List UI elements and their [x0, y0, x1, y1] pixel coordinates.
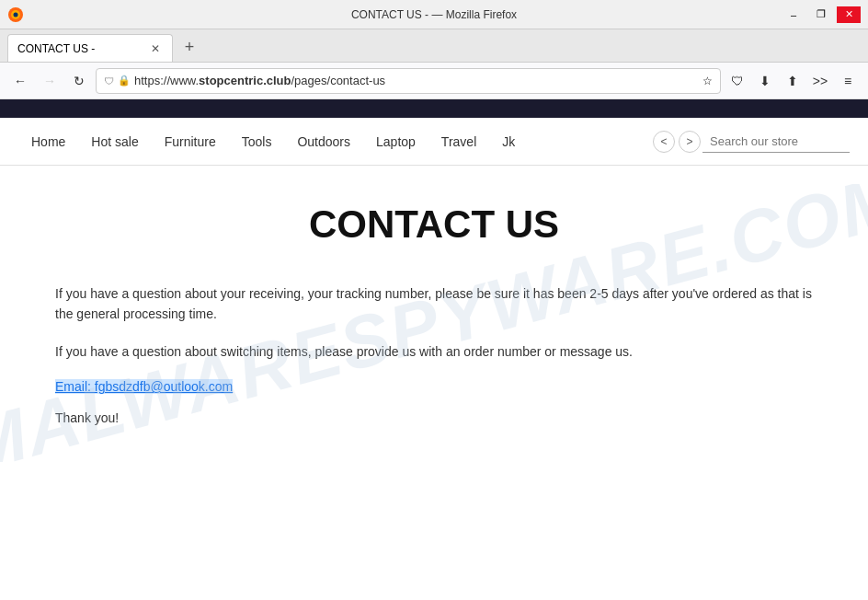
- url-display: https://www.stopcentric.club/pages/conta…: [134, 74, 699, 87]
- back-button[interactable]: ←: [7, 68, 33, 94]
- titlebar-controls: – ❐ ✕: [782, 6, 861, 23]
- svg-point-2: [14, 12, 18, 17]
- extensions-button[interactable]: >>: [807, 68, 833, 94]
- nav-link-furniture[interactable]: Furniture: [152, 118, 229, 166]
- address-bar-icons: 🛡 🔒: [104, 75, 131, 87]
- navbar: ← → ↻ 🛡 🔒 https://www.stopcentric.club/p…: [0, 63, 868, 99]
- share-button[interactable]: ⬆: [780, 68, 805, 94]
- nav-link-hotsale[interactable]: Hot sale: [78, 118, 151, 166]
- browser-tab[interactable]: CONTACT US - ✕: [7, 34, 173, 62]
- site-topbar: [0, 99, 868, 118]
- restore-button[interactable]: ❐: [809, 6, 833, 23]
- lock-icon: 🔒: [118, 75, 131, 87]
- tab-close-button[interactable]: ✕: [148, 41, 163, 56]
- close-button[interactable]: ✕: [837, 6, 861, 23]
- nav-link-outdoors[interactable]: Outdoors: [284, 118, 363, 166]
- nav-link-jk[interactable]: Jk: [489, 118, 528, 166]
- nav-prev-button[interactable]: <: [653, 131, 675, 153]
- titlebar-left: [7, 6, 24, 23]
- contact-para-2: If you have a question about switching i…: [55, 341, 813, 362]
- window-title: CONTACT US - — Mozilla Firefox: [351, 8, 517, 21]
- page-title: CONTACT US: [55, 202, 813, 247]
- tabbar: CONTACT US - ✕ +: [0, 29, 868, 63]
- nav-next-button[interactable]: >: [679, 131, 701, 153]
- bookmark-icon[interactable]: ☆: [702, 75, 713, 87]
- address-bar[interactable]: 🛡 🔒 https://www.stopcentric.club/pages/c…: [96, 68, 721, 94]
- thank-you-text: Thank you!: [55, 410, 813, 425]
- url-domain: stopcentric.club: [199, 74, 291, 87]
- new-tab-button[interactable]: +: [177, 34, 202, 60]
- titlebar: CONTACT US - — Mozilla Firefox – ❐ ✕: [0, 0, 868, 29]
- minimize-button[interactable]: –: [782, 6, 805, 23]
- forward-button[interactable]: →: [37, 68, 63, 94]
- shield-icon: 🛡: [104, 75, 114, 87]
- url-path: /pages/contact-us: [291, 74, 386, 87]
- url-prefix: https://www.: [134, 74, 199, 87]
- reload-button[interactable]: ↻: [66, 68, 92, 94]
- nav-link-laptop[interactable]: Laptop: [363, 118, 428, 166]
- nav-link-tools[interactable]: Tools: [229, 118, 285, 166]
- contact-para-1: If you have a question about your receiv…: [55, 283, 813, 325]
- nav-right-buttons: 🛡 ⬇ ⬆ >> ≡: [725, 68, 861, 94]
- email-link[interactable]: Email: fgbsdzdfb@outlook.com: [55, 379, 233, 394]
- download-button[interactable]: ⬇: [752, 68, 778, 94]
- nav-link-travel[interactable]: Travel: [428, 118, 489, 166]
- tab-title: CONTACT US -: [17, 42, 143, 55]
- site-nav-links: Home Hot sale Furniture Tools Outdoors L…: [18, 118, 651, 166]
- nav-link-home[interactable]: Home: [18, 118, 78, 166]
- site-content: MALWARESPYWARE.COM CONTACT US If you hav…: [0, 166, 868, 462]
- firefox-logo-icon: [7, 6, 24, 23]
- search-input[interactable]: [702, 131, 850, 153]
- pocket-button[interactable]: 🛡: [725, 68, 750, 94]
- menu-button[interactable]: ≡: [835, 68, 861, 94]
- site-nav: Home Hot sale Furniture Tools Outdoors L…: [0, 118, 868, 166]
